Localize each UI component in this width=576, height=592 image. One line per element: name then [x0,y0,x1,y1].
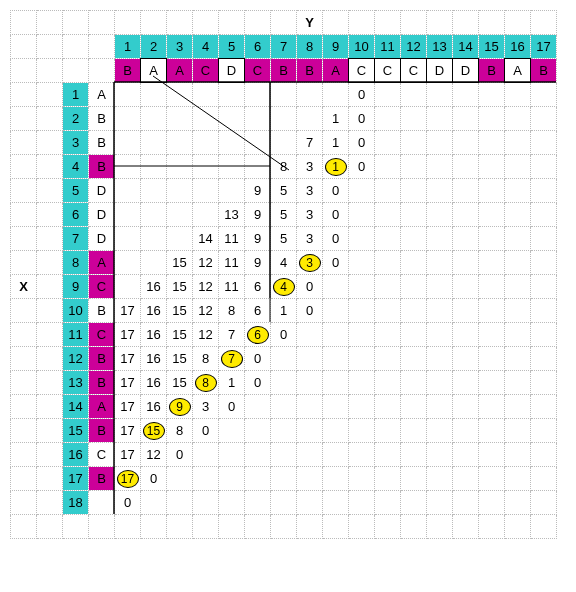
dp-cell: 6 [245,299,271,323]
dp-cell: 0 [141,467,167,491]
dp-cell: 8 [193,347,219,371]
dp-cell: 16 [141,323,167,347]
y-col-num: 9 [323,35,349,59]
x-row-letter: C [89,323,115,347]
dp-cell: 0 [245,371,271,395]
dp-cell: 9 [245,179,271,203]
dp-cell: 0 [323,203,349,227]
dp-cell: 16 [141,371,167,395]
dp-cell: 1 [323,131,349,155]
x-row-num: 15 [63,419,89,443]
dp-cell-traceback: 17 [115,467,141,491]
y-col-letter: C [349,59,375,83]
dp-cell: 5 [271,179,297,203]
matrix-diagram: Y1234567891011121314151617BAACDCBBACCCDD… [0,0,576,592]
dp-cell: 17 [115,395,141,419]
x-row-num: 17 [63,467,89,491]
dp-cell: 0 [323,251,349,275]
x-row-letter: B [89,371,115,395]
dp-cell: 3 [297,203,323,227]
dp-cell: 4 [271,251,297,275]
dp-cell: 15 [167,347,193,371]
y-col-num: 15 [479,35,505,59]
dp-cell: 9 [245,227,271,251]
dp-cell: 12 [141,443,167,467]
y-col-letter: C [375,59,401,83]
y-col-letter: B [297,59,323,83]
x-row-num: 6 [63,203,89,227]
x-row-num: 1 [63,83,89,107]
dp-cell: 15 [167,299,193,323]
x-row-letter: C [89,443,115,467]
y-col-letter: A [505,59,531,83]
dp-cell: 0 [115,491,141,515]
y-col-num: 13 [427,35,453,59]
x-row-letter: B [89,299,115,323]
y-col-num: 4 [193,35,219,59]
y-col-num: 3 [167,35,193,59]
dp-cell: 8 [167,419,193,443]
dp-cell: 7 [219,323,245,347]
dp-cell: 0 [167,443,193,467]
dp-cell: 17 [115,299,141,323]
y-col-letter: A [141,59,167,83]
x-row-num: 9 [63,275,89,299]
y-col-letter: B [115,59,141,83]
x-row-letter: A [89,251,115,275]
dp-cell: 9 [245,203,271,227]
dp-cell: 3 [193,395,219,419]
y-col-letter: C [401,59,427,83]
dp-cell: 17 [115,371,141,395]
dp-cell: 15 [167,371,193,395]
y-col-letter: A [167,59,193,83]
dp-cell: 17 [115,323,141,347]
dp-cell-traceback: 3 [297,251,323,275]
dp-cell: 6 [245,275,271,299]
dp-cell: 12 [193,275,219,299]
y-col-num: 14 [453,35,479,59]
x-row-letter: B [89,419,115,443]
dp-cell: 0 [297,275,323,299]
y-col-num: 16 [505,35,531,59]
x-row-letter: B [89,155,115,179]
x-row-num: 14 [63,395,89,419]
dp-cell: 5 [271,203,297,227]
axis-label-y: Y [297,11,323,35]
x-row-num: 13 [63,371,89,395]
y-col-letter: D [427,59,453,83]
x-row-num: 8 [63,251,89,275]
dp-cell-traceback: 6 [245,323,271,347]
x-row-letter: B [89,467,115,491]
x-row-num: 7 [63,227,89,251]
dp-cell: 0 [349,107,375,131]
dp-cell: 0 [271,323,297,347]
dp-cell-traceback: 7 [219,347,245,371]
y-col-letter: B [271,59,297,83]
y-col-letter: D [453,59,479,83]
y-col-num: 10 [349,35,375,59]
dp-cell: 0 [349,83,375,107]
y-col-letter: B [479,59,505,83]
y-col-num: 7 [271,35,297,59]
y-col-num: 6 [245,35,271,59]
dp-cell-traceback: 9 [167,395,193,419]
y-col-letter: D [219,59,245,83]
dp-cell: 0 [245,347,271,371]
dp-cell: 15 [167,275,193,299]
dp-cell: 0 [219,395,245,419]
dp-cell: 16 [141,299,167,323]
axis-label-x: X [11,275,37,299]
y-col-num: 5 [219,35,245,59]
dp-cell: 14 [193,227,219,251]
dp-cell: 0 [349,155,375,179]
dp-cell: 5 [271,227,297,251]
dp-cell-traceback: 15 [141,419,167,443]
x-row-letter: B [89,131,115,155]
x-row-letter: C [89,275,115,299]
dp-cell: 3 [297,155,323,179]
y-col-num: 2 [141,35,167,59]
dp-cell: 13 [219,203,245,227]
dp-cell: 8 [219,299,245,323]
x-row-letter: B [89,347,115,371]
dp-cell: 12 [193,323,219,347]
